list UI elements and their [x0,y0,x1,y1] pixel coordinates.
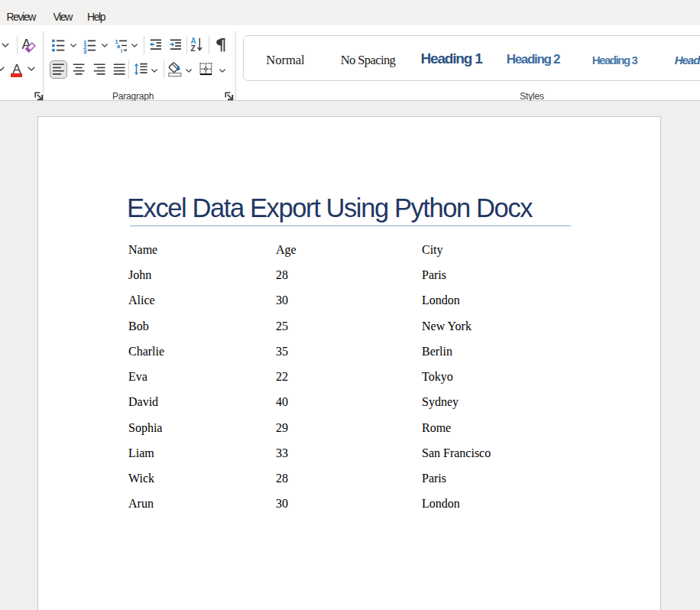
svg-text:Z: Z [191,44,196,53]
svg-text:i: i [121,47,122,54]
svg-text:3: 3 [83,48,87,55]
